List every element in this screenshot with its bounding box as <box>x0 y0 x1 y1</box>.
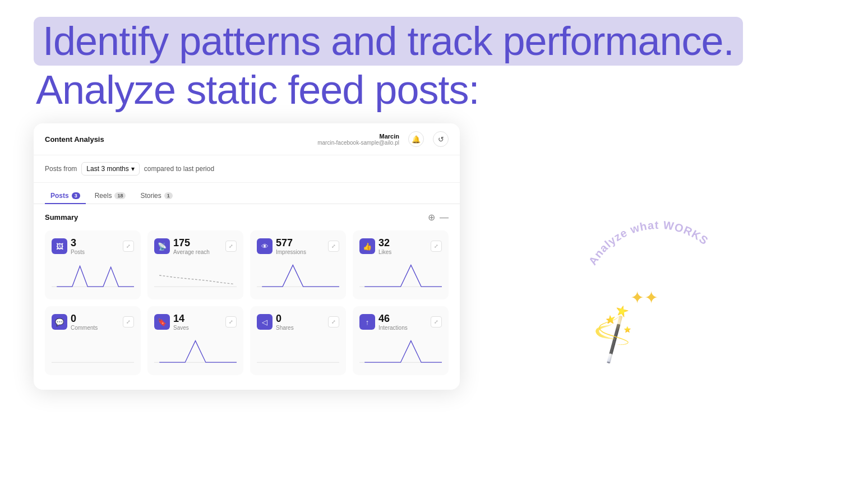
metric-avg-reach: 📡 175 Average reach ⤢ <box>147 230 243 299</box>
chevron-down-icon: ▾ <box>131 165 135 173</box>
impressions-chart <box>257 260 339 290</box>
reach-icon: 📡 <box>154 238 170 254</box>
posts-icon: 🖼 <box>52 238 67 254</box>
interactions-value: 46 <box>378 313 408 325</box>
tab-posts[interactable]: Posts 3 <box>45 188 86 204</box>
notification-button[interactable]: 🔔 <box>408 131 424 147</box>
tab-stories[interactable]: Stories 1 <box>135 188 178 204</box>
reach-value: 175 <box>173 237 210 249</box>
reach-chart <box>154 260 237 290</box>
dashboard-card: Content Analysis Marcin marcin-facebook-… <box>34 123 460 390</box>
saves-value: 14 <box>173 313 189 325</box>
impressions-icon: 👁 <box>257 238 273 254</box>
saves-chart <box>154 335 237 366</box>
likes-label: Likes <box>378 249 391 255</box>
summary-section: Summary ⊕ — 🖼 3 Posts <box>34 204 460 390</box>
posts-value: 3 <box>71 237 85 249</box>
hero-line2-text: Analyze static feed posts: <box>34 68 834 112</box>
shares-value: 0 <box>276 313 294 325</box>
expand-shares-button[interactable]: ⤢ <box>328 316 339 327</box>
summary-header: Summary ⊕ — <box>45 212 449 223</box>
analyze-arc: Analyze what WORKS 🪄 ✦✦ <box>580 184 737 341</box>
content-wrapper: Content Analysis Marcin marcin-facebook-… <box>0 123 868 390</box>
impressions-value: 577 <box>276 237 306 249</box>
interactions-icon: ↑ <box>359 314 375 330</box>
settings-icon[interactable]: ⊕ <box>428 212 435 223</box>
metric-comments: 💬 0 Comments ⤢ <box>45 306 141 375</box>
metric-likes: 👍 32 Likes ⤢ <box>353 230 449 299</box>
metrics-row2: 💬 0 Comments ⤢ <box>45 306 449 375</box>
comments-label: Comments <box>71 325 98 331</box>
metric-saves: 🔖 14 Saves ⤢ <box>147 306 243 375</box>
saves-icon: 🔖 <box>154 314 170 330</box>
metric-posts: 🖼 3 Posts ⤢ <box>45 230 141 299</box>
summary-actions: ⊕ — <box>428 212 449 223</box>
impressions-label: Impressions <box>276 249 306 255</box>
metric-interactions: ↑ 46 Interactions ⤢ <box>353 306 449 375</box>
posts-label: Posts <box>71 249 85 255</box>
likes-chart <box>359 260 442 290</box>
header-right: Marcin marcin-facebook-sample@ailo.pl 🔔 … <box>317 131 449 147</box>
dashboard-filters: Posts from Last 3 months ▾ compared to l… <box>34 155 460 183</box>
sparkle-stars: ✦✦ <box>630 288 658 307</box>
user-name: Marcin <box>317 133 399 140</box>
interactions-chart <box>359 335 442 366</box>
metric-shares: ◁ 0 Shares ⤢ <box>250 306 346 375</box>
metric-impressions: 👁 577 Impressions ⤢ <box>250 230 346 299</box>
wand-image: 🪄 <box>583 301 650 367</box>
user-info: Marcin marcin-facebook-sample@ailo.pl <box>317 133 399 146</box>
expand-comments-button[interactable]: ⤢ <box>123 316 134 327</box>
comments-value: 0 <box>71 313 98 325</box>
saves-label: Saves <box>173 325 189 331</box>
expand-impressions-button[interactable]: ⤢ <box>328 241 339 252</box>
expand-interactions-button[interactable]: ⤢ <box>431 316 442 327</box>
dashboard-title: Content Analysis <box>45 135 104 144</box>
shares-icon: ◁ <box>257 314 273 330</box>
hero-highlight: Identify patterns and track performance. <box>34 17 743 66</box>
hero-section: Identify patterns and track performance.… <box>0 0 868 123</box>
likes-icon: 👍 <box>359 238 375 254</box>
shares-label: Shares <box>276 325 294 331</box>
posts-from-label: Posts from <box>45 165 77 173</box>
arc-text: Analyze what WORKS <box>586 219 710 267</box>
hero-line1-text: Identify patterns and track performance. <box>43 19 734 63</box>
collapse-icon[interactable]: — <box>440 213 449 223</box>
dashboard-header: Content Analysis Marcin marcin-facebook-… <box>34 123 460 155</box>
posts-chart <box>52 260 134 290</box>
summary-title: Summary <box>45 213 78 222</box>
right-decoration: Analyze what WORKS 🪄 ✦✦ <box>482 123 834 390</box>
refresh-button[interactable]: ↺ <box>433 131 449 147</box>
period-select[interactable]: Last 3 months ▾ <box>81 162 139 176</box>
compared-label: compared to last period <box>144 165 214 173</box>
user-email: marcin-facebook-sample@ailo.pl <box>317 140 399 146</box>
reach-label: Average reach <box>173 249 210 255</box>
comments-icon: 💬 <box>52 314 67 330</box>
comments-chart <box>52 335 134 366</box>
expand-reach-button[interactable]: ⤢ <box>225 241 237 252</box>
expand-posts-button[interactable]: ⤢ <box>123 241 134 252</box>
tabs-row: Posts 3 Reels 18 Stories 1 <box>34 183 460 204</box>
arc-svg: Analyze what WORKS <box>580 184 737 296</box>
interactions-label: Interactions <box>378 325 408 331</box>
expand-likes-button[interactable]: ⤢ <box>431 241 442 252</box>
likes-value: 32 <box>378 237 391 249</box>
tab-reels[interactable]: Reels 18 <box>89 188 132 204</box>
shares-chart <box>257 335 339 366</box>
metrics-row1: 🖼 3 Posts ⤢ <box>45 230 449 299</box>
expand-saves-button[interactable]: ⤢ <box>225 316 237 327</box>
